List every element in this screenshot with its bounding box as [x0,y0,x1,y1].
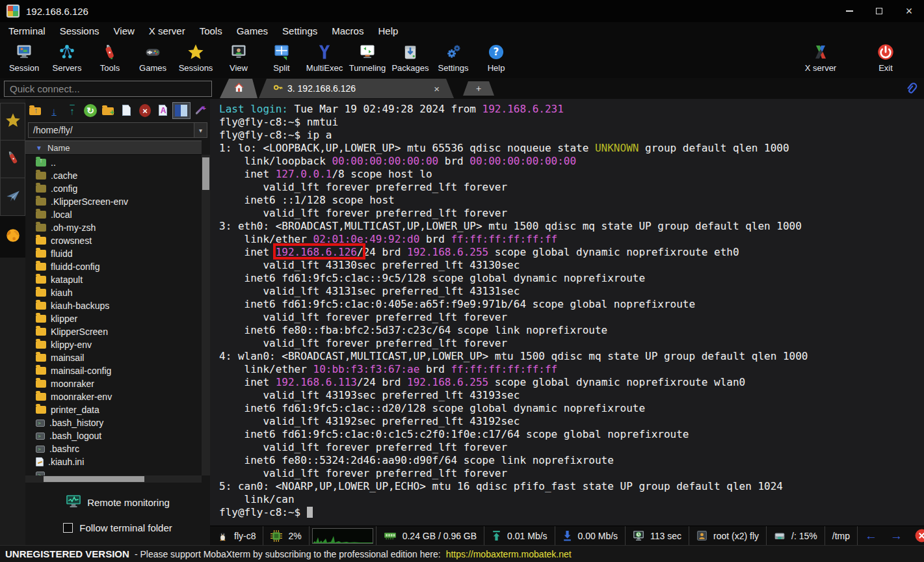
toolbar-button-session[interactable]: Session [3,42,46,73]
delete-icon[interactable]: × [137,103,153,118]
file-row[interactable]: mainsail-config [36,364,202,377]
new-tab-button[interactable]: + [463,81,494,96]
file-row[interactable] [36,468,202,475]
tab-close-icon[interactable]: × [434,83,440,94]
file-row[interactable]: kiauh-backups [36,299,202,312]
file-row[interactable]: moonraker [36,377,202,390]
remote-monitoring-button[interactable]: Remote monitoring [66,494,170,511]
refresh-icon[interactable]: ↻ [82,103,99,118]
horizontal-scrollbar-thumb[interactable] [44,476,144,482]
terminal-line: valid_lft 43131sec preferred_lft 43131se… [219,285,924,298]
follow-terminal-folder-option[interactable]: Follow terminal folder [63,522,172,533]
sidebar-panel-plane[interactable] [0,178,25,216]
magic-wand-icon[interactable]: + [191,103,208,118]
file-row[interactable]: katapult [36,273,202,286]
rename-icon[interactable]: A [155,103,172,118]
menu-item-help[interactable]: Help [371,25,405,36]
terminal[interactable]: Last login: Tue Mar 19 02:49:28 2024 fro… [210,99,924,526]
toolbar-label-exit: Exit [864,63,907,73]
toolbar-button-tools[interactable]: Tools [88,42,131,73]
file-row[interactable]: kiauh [36,286,202,299]
file-row[interactable]: .bashrc [36,442,202,455]
home-icon [233,82,244,96]
disk-icon [774,530,785,542]
menu-item-macros[interactable]: Macros [324,25,371,36]
close-window-button[interactable]: × [894,0,924,22]
file-row[interactable]: .oh-my-zsh [36,221,202,234]
toolbar-button-split[interactable]: Split [260,42,303,73]
vertical-scrollbar-thumb[interactable] [202,157,209,190]
file-row[interactable]: fluidd-config [36,260,202,273]
paperclip-icon[interactable] [904,81,919,99]
sidebar-panel-globe[interactable] [0,216,25,258]
file-row[interactable]: moonraker-env [36,390,202,403]
menu-item-terminal[interactable]: Terminal [1,25,53,36]
new-folder-icon[interactable]: + [100,103,117,118]
toolbar-button-settings[interactable]: Settings [432,42,475,73]
new-file-icon[interactable] [118,103,135,118]
file-row[interactable]: .kiauh.ini [36,455,202,468]
file-row[interactable]: .cache [36,169,202,182]
menu-item-view[interactable]: View [107,25,142,36]
dual-pane-icon[interactable] [173,103,190,118]
file-name: .bash_logout [49,431,101,441]
quick-connect-input[interactable] [4,81,212,97]
footer-text: - Please support MobaXterm by subscribin… [135,549,441,559]
status-text: /: 15% [791,531,817,541]
toolbar-button-exit[interactable]: Exit [864,42,907,73]
status-segment-0-00-mb-s: 0.00 Mb/s [555,526,626,545]
close-circle-icon[interactable] [910,526,924,545]
footer-link[interactable]: https://mobaxterm.mobatek.net [446,549,572,559]
file-row[interactable]: printer_data [36,403,202,416]
file-row[interactable]: KlipperScreen [36,325,202,338]
minimize-button[interactable] [834,0,864,22]
nav-right-arrow-icon[interactable]: → [890,529,903,543]
file-row[interactable]: .local [36,208,202,221]
name-column-header[interactable]: ▼ Name [25,140,202,155]
folder-up-icon[interactable]: ↑ [27,103,44,118]
upload-icon[interactable]: ↑ [64,103,81,118]
file-name: .oh-my-zsh [51,222,96,233]
toolbar-button-multiexec[interactable]: MultiExec [303,42,346,73]
file-row[interactable]: klipper [36,312,202,325]
tab-home[interactable] [220,79,257,98]
nav-left-arrow-icon[interactable]: ← [865,529,877,543]
menu-item-settings[interactable]: Settings [275,25,324,36]
file-row[interactable]: .config [36,182,202,195]
file-name: moonraker [51,379,94,389]
file-row[interactable]: .bash_history [36,416,202,429]
toolbar-button-tunneling[interactable]: Tunneling [346,42,389,73]
sidebar-panel-star[interactable] [0,103,25,140]
download-icon[interactable]: ↓ [46,103,62,118]
toolbar-button-games[interactable]: Games [131,42,174,73]
menu-item-tools[interactable]: Tools [192,25,230,36]
menu-item-sessions[interactable]: Sessions [53,25,107,36]
toolbar-button-help[interactable]: ?Help [475,42,518,73]
horizontal-scrollbar[interactable] [25,475,202,483]
vertical-scrollbar[interactable] [202,155,210,475]
menu-item-games[interactable]: Games [230,25,275,36]
file-row[interactable]: .. [36,156,202,169]
path-dropdown-button[interactable]: ▾ [194,122,207,138]
file-row[interactable]: klippy-env [36,338,202,351]
file-row[interactable]: mainsail [36,351,202,364]
file-row[interactable]: .KlipperScreen-env [36,195,202,208]
file-row[interactable]: crowsnest [36,234,202,247]
sftp-file-browser: ↑↓↑↻+×A+ ▾ ▼ Name ...cache.config.Klippe… [25,99,210,545]
maximize-button[interactable] [864,0,894,22]
sidebar-panel-knife[interactable] [0,140,25,178]
toolbar-button-servers[interactable]: Servers [46,42,88,73]
follow-checkbox[interactable] [63,523,73,533]
toolbar-button-sessions[interactable]: Sessions [174,42,217,73]
file-row[interactable]: fluidd [36,247,202,260]
terminal-line: inet6 fe80::fba:bfc2:5d37:c23c/64 scope … [219,324,924,337]
terminal-line: inet6 fd61:9fc5:c1ac::d20/128 scope glob… [219,402,924,415]
tab-session-active[interactable]: 3. 192.168.6.126 × [259,79,454,98]
toolbar-button-view[interactable]: View [217,42,260,73]
status-segment-2-: 2% [263,526,309,545]
toolbar-button-xserver[interactable]: X server [799,42,842,73]
toolbar-button-packages[interactable]: Packages [389,42,432,73]
path-input[interactable] [28,122,194,138]
menu-item-x-server[interactable]: X server [142,25,192,36]
file-row[interactable]: .bash_logout [36,429,202,442]
